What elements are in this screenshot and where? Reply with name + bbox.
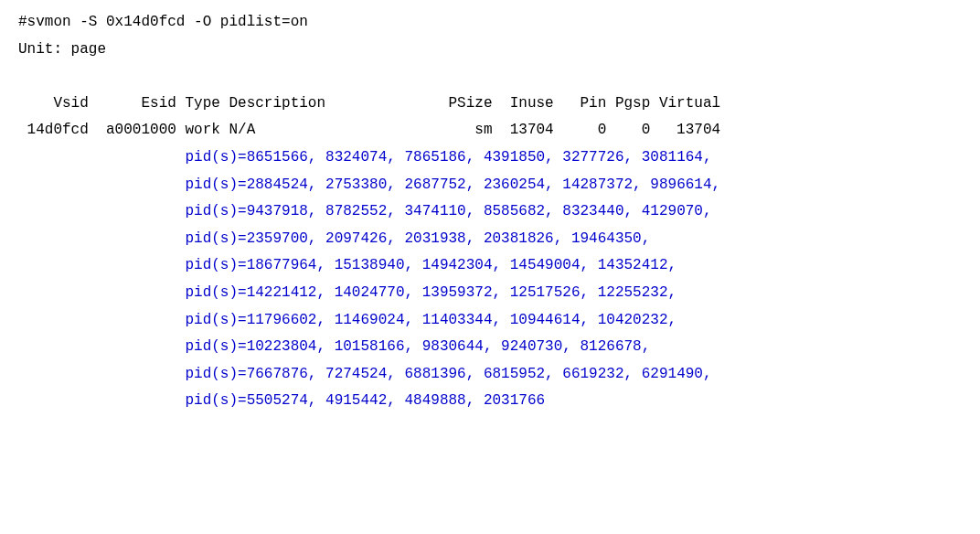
pid-text: pid(s)=10223804, 10158166, 9830644, 9240… [185, 338, 650, 355]
pid-indent [18, 284, 185, 301]
pid-indent [18, 338, 185, 355]
pid-indent [18, 149, 185, 166]
pid-line: pid(s)=2359700, 2097426, 2031938, 203818… [18, 226, 962, 253]
pid-line: pid(s)=5505274, 4915442, 4849888, 203176… [18, 388, 962, 415]
pid-indent [18, 176, 185, 193]
pid-line: pid(s)=14221412, 14024770, 13959372, 125… [18, 280, 962, 307]
unit-line: Unit: page [18, 37, 962, 64]
pid-text: pid(s)=11796602, 11469024, 11403344, 109… [185, 312, 676, 328]
pid-list: pid(s)=8651566, 8324074, 7865186, 439185… [18, 144, 962, 415]
blank-line [18, 63, 962, 91]
pid-text: pid(s)=8651566, 8324074, 7865186, 439185… [185, 149, 711, 166]
pid-line: pid(s)=2884524, 2753380, 2687752, 236025… [18, 172, 962, 199]
pid-line: pid(s)=8651566, 8324074, 7865186, 439185… [18, 144, 962, 172]
pid-text: pid(s)=9437918, 8782552, 3474110, 858568… [185, 203, 711, 219]
command-line: #svmon -S 0x14d0fcd -O pidlist=on [18, 9, 962, 37]
table-row: 14d0fcd a0001000 work N/A sm 13704 0 0 1… [18, 117, 962, 144]
pid-indent [18, 230, 185, 247]
pid-line: pid(s)=11796602, 11469024, 11403344, 109… [18, 307, 962, 335]
pid-indent [18, 366, 185, 382]
pid-indent [18, 203, 185, 219]
table-header: Vsid Esid Type Description PSize Inuse P… [18, 91, 962, 118]
pid-text: pid(s)=5505274, 4915442, 4849888, 203176… [185, 392, 545, 409]
pid-text: pid(s)=2884524, 2753380, 2687752, 236025… [185, 176, 720, 193]
pid-line: pid(s)=9437918, 8782552, 3474110, 858568… [18, 198, 962, 226]
pid-line: pid(s)=18677964, 15138940, 14942304, 145… [18, 252, 962, 280]
pid-text: pid(s)=14221412, 14024770, 13959372, 125… [185, 284, 676, 301]
pid-text: pid(s)=7667876, 7274524, 6881396, 681595… [185, 366, 711, 382]
pid-indent [18, 312, 185, 328]
pid-indent [18, 392, 185, 409]
pid-indent [18, 257, 185, 273]
pid-text: pid(s)=18677964, 15138940, 14942304, 145… [185, 257, 676, 273]
pid-line: pid(s)=7667876, 7274524, 6881396, 681595… [18, 361, 962, 389]
pid-line: pid(s)=10223804, 10158166, 9830644, 9240… [18, 334, 962, 361]
pid-text: pid(s)=2359700, 2097426, 2031938, 203818… [185, 230, 650, 247]
